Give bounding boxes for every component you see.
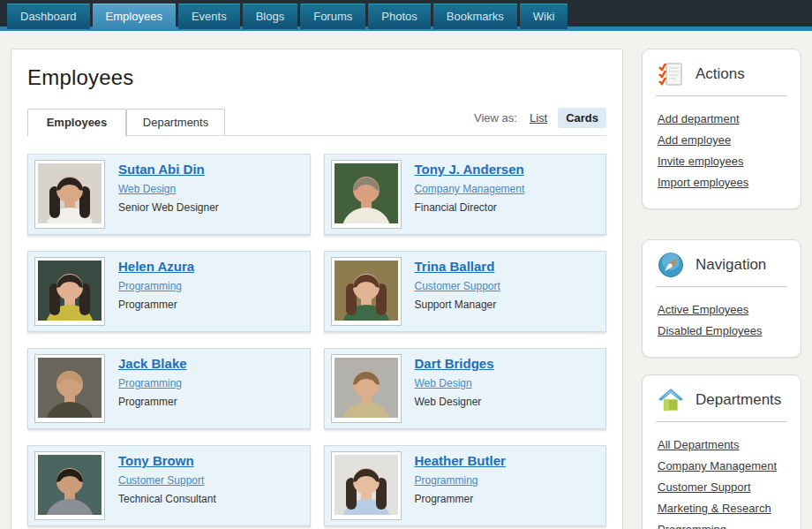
employee-card: Jack Blake Programming Programmer [27,348,311,429]
nav-tab-wiki[interactable]: Wiki [520,4,568,29]
employee-card: Trina Ballard Customer Support Support M… [324,251,607,332]
import-employees-link[interactable]: Import employees [658,176,748,189]
view-as-list-link[interactable]: List [530,111,547,125]
view-as-cards-button[interactable]: Cards [558,108,606,128]
tab-departments[interactable]: Departments [126,109,225,135]
employee-card: Heather Butler Programming Programmer [324,445,607,526]
employee-card-info: Jack Blake Programming Programmer [118,354,187,423]
employee-name-link[interactable]: Heather Butler [415,453,506,468]
tab-employees[interactable]: Employees [27,109,126,136]
employee-position: Web Designer [415,396,494,408]
view-as-label: View as: [474,111,517,125]
nav-tab-photos[interactable]: Photos [368,4,430,29]
employee-photo[interactable] [331,451,402,520]
marketing-research-link[interactable]: Marketing & Research [658,502,771,515]
house-icon [658,387,684,413]
employee-name-link[interactable]: Tony J. Andersen [415,162,524,177]
employees-main-panel: Employees Employees Departments View as:… [11,49,623,529]
employee-name-link[interactable]: Tony Brown [118,453,194,468]
departments-panel: Departments All Departments Company Mana… [642,374,801,529]
employee-card: Helen Azura Programming Programmer [27,251,311,332]
top-nav-tabs: Dashboard Employees Events Blogs Forums … [0,0,812,29]
employee-position: Senior Web Designer [118,201,219,214]
disabled-employees-link[interactable]: Disabled Employees [658,324,763,337]
employee-card: Sutan Abi Din Web Design Senior Web Desi… [27,154,311,235]
content-tabstrip: Employees Departments View as: List Card… [27,108,606,136]
actions-links: Add department Add employee Invite emplo… [656,96,787,189]
checklist-icon [658,61,684,87]
all-departments-link[interactable]: All Departments [658,438,739,451]
actions-panel: Actions Add department Add employee Invi… [642,49,801,209]
employee-position: Programmer [118,396,187,408]
employee-department-link[interactable]: Web Design [415,377,472,389]
employee-department-link[interactable]: Company Management [415,183,525,195]
view-as-toggle: View as: List Cards [474,108,606,135]
employee-card-info: Trina Ballard Customer Support Support M… [415,257,500,326]
employee-card: Tony Brown Customer Support Technical Co… [27,445,311,526]
employee-cards-grid: Sutan Abi Din Web Design Senior Web Desi… [27,154,606,526]
employee-photo[interactable] [331,354,402,423]
page-title: Employees [27,65,606,90]
employee-name-link[interactable]: Trina Ballard [415,259,495,274]
employee-card-info: Heather Butler Programming Programmer [415,451,506,520]
navigation-panel: Navigation Active Employees Disabled Emp… [642,239,801,358]
customer-support-link[interactable]: Customer Support [658,480,751,494]
active-employees-link[interactable]: Active Employees [658,303,748,316]
actions-panel-title: Actions [695,65,745,83]
nav-tab-events[interactable]: Events [178,4,240,29]
nav-tab-dashboard[interactable]: Dashboard [7,4,90,29]
nav-tab-employees[interactable]: Employees [93,4,176,29]
compass-icon [658,252,684,278]
departments-panel-header: Departments [656,385,787,422]
employee-position: Financial Director [415,201,525,214]
employee-department-link[interactable]: Programming [118,280,182,292]
employee-position: Support Manager [415,299,500,311]
employee-photo[interactable] [331,257,402,326]
navigation-links: Active Employees Disabled Employees [656,287,787,337]
employee-photo[interactable] [34,257,105,326]
invite-employees-link[interactable]: Invite employees [658,155,744,168]
sidebar: Actions Add department Add employee Invi… [642,49,801,529]
employee-card-info: Tony Brown Customer Support Technical Co… [118,451,216,520]
employee-position: Programmer [415,493,506,505]
employee-position: Technical Consultant [118,493,216,505]
company-management-link[interactable]: Company Management [658,459,777,472]
navigation-panel-header: Navigation [656,250,787,287]
employee-name-link[interactable]: Dart Bridges [415,356,494,371]
employee-card-info: Sutan Abi Din Web Design Senior Web Desi… [118,160,219,229]
employee-card-info: Dart Bridges Web Design Web Designer [415,354,494,423]
employee-department-link[interactable]: Customer Support [118,474,204,487]
add-employee-link[interactable]: Add employee [658,133,731,147]
departments-panel-title: Departments [695,391,781,409]
employee-department-link[interactable]: Programming [118,377,182,389]
nav-tab-blogs[interactable]: Blogs [243,4,298,29]
programming-link[interactable]: Programming [658,523,726,529]
employee-photo[interactable] [34,451,105,520]
page-layout: Employees Employees Departments View as:… [0,31,812,529]
employee-department-link[interactable]: Customer Support [415,280,500,292]
employee-name-link[interactable]: Helen Azura [118,259,194,274]
employee-name-link[interactable]: Sutan Abi Din [118,162,205,177]
employee-photo[interactable] [34,354,105,423]
employee-position: Programmer [118,299,194,311]
employee-photo[interactable] [34,160,105,229]
navigation-panel-title: Navigation [695,256,766,274]
employee-name-link[interactable]: Jack Blake [118,356,187,371]
employee-card: Dart Bridges Web Design Web Designer [324,348,607,429]
employee-card-info: Helen Azura Programming Programmer [118,257,194,326]
employee-card-info: Tony J. Andersen Company Management Fina… [415,160,525,229]
add-department-link[interactable]: Add department [658,112,740,125]
nav-tab-bookmarks[interactable]: Bookmarks [433,4,517,29]
departments-links: All Departments Company Management Custo… [656,422,787,529]
actions-panel-header: Actions [656,59,787,96]
employee-department-link[interactable]: Programming [415,474,478,487]
employee-card: Tony J. Andersen Company Management Fina… [324,154,607,235]
nav-tab-forums[interactable]: Forums [300,4,365,29]
employee-department-link[interactable]: Web Design [118,183,176,195]
top-nav-bar: Dashboard Employees Events Blogs Forums … [0,0,812,31]
employee-photo[interactable] [331,160,402,229]
